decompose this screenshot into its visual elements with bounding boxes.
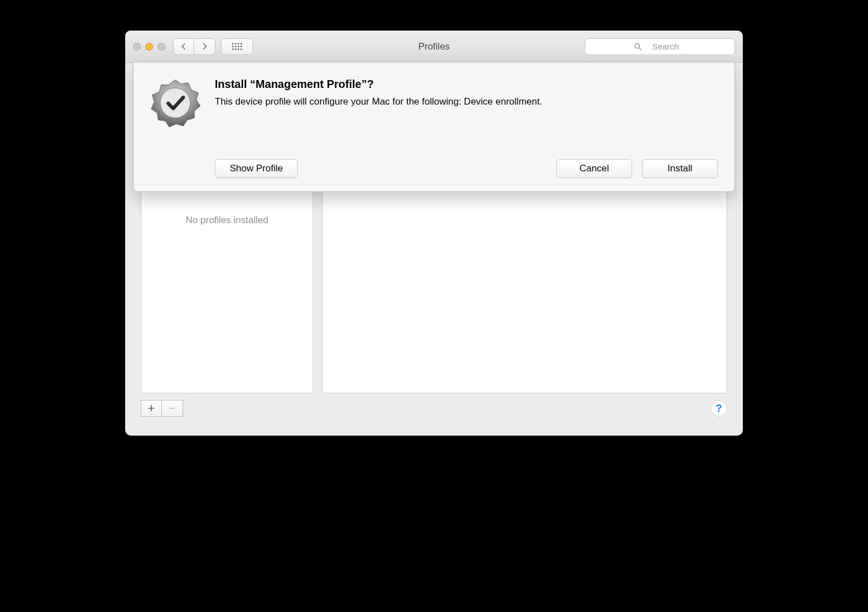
minimize-window-button[interactable] xyxy=(145,43,153,51)
dialog-heading: Install “Management Profile”? xyxy=(215,78,542,91)
show-profile-button[interactable]: Show Profile xyxy=(215,159,298,178)
titlebar: Profiles xyxy=(125,31,743,63)
profiles-window: Profiles No profiles installed + − xyxy=(125,31,743,436)
remove-profile-button[interactable]: − xyxy=(162,400,183,417)
search-icon xyxy=(634,42,642,51)
profile-seal-icon xyxy=(150,78,200,128)
chevron-left-icon xyxy=(180,43,188,50)
forward-button[interactable] xyxy=(194,38,215,55)
traffic-lights xyxy=(133,43,165,51)
bottom-row: + − ? xyxy=(141,400,727,417)
close-window-button[interactable] xyxy=(133,43,141,51)
dialog-message: This device profile will configure your … xyxy=(215,96,542,107)
search-wrap xyxy=(585,38,735,55)
install-profile-dialog: Install “Management Profile”? This devic… xyxy=(133,62,735,192)
install-button[interactable]: Install xyxy=(642,159,718,178)
cancel-button[interactable]: Cancel xyxy=(556,159,632,178)
svg-line-1 xyxy=(639,47,641,50)
plus-icon: + xyxy=(148,402,155,414)
zoom-window-button[interactable] xyxy=(157,43,165,51)
add-remove-group: + − xyxy=(141,400,183,417)
svg-point-3 xyxy=(160,88,190,118)
nav-group xyxy=(173,38,215,55)
help-button[interactable]: ? xyxy=(711,400,727,417)
add-profile-button[interactable]: + xyxy=(141,400,162,417)
search-input[interactable] xyxy=(585,38,735,55)
show-all-prefs-button[interactable] xyxy=(221,38,253,55)
chevron-right-icon xyxy=(201,43,208,50)
dialog-text: Install “Management Profile”? This devic… xyxy=(215,78,542,128)
empty-profiles-label: No profiles installed xyxy=(186,215,268,225)
help-icon: ? xyxy=(716,403,722,414)
back-button[interactable] xyxy=(173,38,194,55)
grid-icon xyxy=(232,43,242,50)
minus-icon: − xyxy=(169,402,176,414)
